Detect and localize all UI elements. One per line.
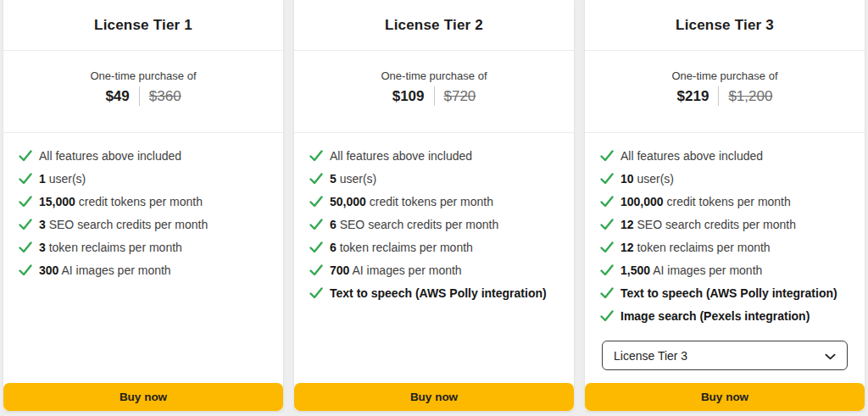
check-icon — [309, 150, 323, 162]
feature-item: 300 AI images per month — [19, 264, 270, 277]
feature-text: 5 user(s) — [330, 173, 376, 186]
feature-text: 1 user(s) — [39, 173, 86, 186]
price-label: One-time purchase of — [3, 69, 283, 82]
feature-text: 10 user(s) — [620, 173, 674, 186]
check-icon — [19, 219, 32, 230]
feature-item: 1,500 AI images per month — [600, 264, 851, 277]
feature-item: 15,000 credit tokens per month — [19, 196, 270, 208]
tier-title: License Tier 3 — [676, 17, 774, 34]
original-price: $360 — [149, 88, 181, 105]
feature-text: All features above included — [330, 150, 472, 163]
feature-item: All features above included — [19, 150, 270, 163]
feature-item: 12 token reclaims per month — [600, 241, 851, 254]
check-icon — [600, 264, 614, 276]
feature-item: Text to speech (AWS Polly integration) — [309, 287, 560, 300]
feature-text: All features above included — [39, 150, 181, 163]
price-divider — [434, 86, 435, 106]
feature-item: 6 SEO search credits per month — [309, 219, 560, 231]
feature-text: Image search (Pexels integration) — [620, 310, 810, 323]
check-icon — [309, 196, 323, 208]
check-icon — [19, 173, 32, 185]
selected-option-label: License Tier 3 — [614, 349, 687, 363]
price-divider — [718, 86, 719, 106]
price-label: One-time purchase of — [585, 69, 865, 82]
feature-item: All features above included — [600, 150, 851, 163]
check-icon — [19, 264, 32, 276]
price-label: One-time purchase of — [294, 69, 574, 82]
check-icon — [309, 241, 323, 253]
buy-now-button-tier-3[interactable]: Buy now — [585, 383, 865, 411]
feature-text: 700 AI images per month — [330, 264, 462, 277]
feature-text: 12 token reclaims per month — [620, 241, 771, 254]
feature-list: All features above included 5 user(s) 50… — [294, 133, 574, 310]
card-footer: Buy now — [3, 383, 283, 411]
pricing-card-tier-1: License Tier 1 One-time purchase of $49 … — [3, 0, 283, 411]
card-footer: Buy now — [294, 383, 574, 411]
current-price: $219 — [677, 88, 709, 105]
feature-item: Text to speech (AWS Polly integration) — [600, 287, 851, 300]
buy-now-button-tier-2[interactable]: Buy now — [294, 383, 574, 411]
check-icon — [309, 173, 323, 185]
check-icon — [309, 264, 323, 276]
check-icon — [600, 287, 614, 299]
check-icon — [600, 310, 614, 322]
feature-item: 1 user(s) — [19, 173, 270, 186]
feature-text: 6 token reclaims per month — [330, 241, 473, 254]
feature-text: 6 SEO search credits per month — [330, 219, 498, 231]
check-icon — [600, 150, 614, 162]
feature-text: 3 token reclaims per month — [39, 241, 182, 254]
check-icon — [600, 173, 614, 185]
original-price: $720 — [444, 88, 476, 105]
check-icon — [19, 196, 32, 208]
pricing-card-tier-2: License Tier 2 One-time purchase of $109… — [294, 0, 574, 411]
price-row: $49 $360 — [3, 86, 283, 106]
feature-item: 5 user(s) — [309, 173, 560, 186]
original-price: $1,200 — [728, 88, 772, 105]
feature-item: 3 token reclaims per month — [19, 241, 270, 254]
price-section: One-time purchase of $109 $720 — [294, 51, 574, 133]
card-header: License Tier 1 — [3, 0, 283, 51]
feature-text: Text to speech (AWS Polly integration) — [330, 287, 547, 300]
card-header: License Tier 2 — [294, 0, 574, 51]
feature-item: 700 AI images per month — [309, 264, 560, 277]
check-icon — [19, 241, 32, 253]
feature-list: All features above included 1 user(s) 15… — [3, 133, 283, 287]
license-tier-select[interactable]: License Tier 3 — [602, 341, 848, 370]
feature-text: 50,000 credit tokens per month — [330, 196, 493, 208]
check-icon — [309, 287, 323, 299]
check-icon — [600, 196, 614, 208]
feature-text: 3 SEO search credits per month — [39, 219, 208, 231]
feature-item: 3 SEO search credits per month — [19, 219, 270, 231]
price-section: One-time purchase of $49 $360 — [3, 51, 283, 133]
check-icon — [309, 219, 323, 230]
feature-text: 300 AI images per month — [39, 264, 171, 277]
feature-text: 1,500 AI images per month — [620, 264, 762, 277]
feature-item: 100,000 credit tokens per month — [600, 196, 851, 208]
pricing-card-tier-3: License Tier 3 One-time purchase of $219… — [585, 0, 865, 411]
feature-item: 6 token reclaims per month — [309, 241, 560, 254]
feature-item: All features above included — [309, 150, 560, 163]
feature-item: 10 user(s) — [600, 173, 851, 186]
current-price: $49 — [105, 88, 129, 105]
price-section: One-time purchase of $219 $1,200 — [585, 51, 865, 133]
feature-text: Text to speech (AWS Polly integration) — [620, 287, 837, 300]
check-icon — [600, 241, 614, 253]
price-divider — [139, 86, 140, 106]
feature-text: 15,000 credit tokens per month — [39, 196, 203, 208]
pricing-table: License Tier 1 One-time purchase of $49 … — [0, 0, 868, 411]
check-icon — [600, 219, 614, 230]
chevron-down-icon — [825, 349, 836, 363]
feature-text: All features above included — [620, 150, 763, 163]
card-footer: License Tier 3 Buy now — [585, 341, 865, 411]
feature-item: 50,000 credit tokens per month — [309, 196, 560, 208]
card-header: License Tier 3 — [585, 0, 865, 51]
check-icon — [19, 150, 32, 162]
buy-now-button-tier-1[interactable]: Buy now — [3, 383, 283, 411]
feature-list: All features above included 10 user(s) 1… — [585, 133, 865, 333]
feature-item: Image search (Pexels integration) — [600, 310, 851, 323]
price-row: $219 $1,200 — [585, 86, 865, 106]
feature-text: 100,000 credit tokens per month — [620, 196, 791, 208]
feature-text: 12 SEO search credits per month — [620, 219, 796, 231]
current-price: $109 — [392, 88, 425, 105]
feature-item: 12 SEO search credits per month — [600, 219, 851, 231]
